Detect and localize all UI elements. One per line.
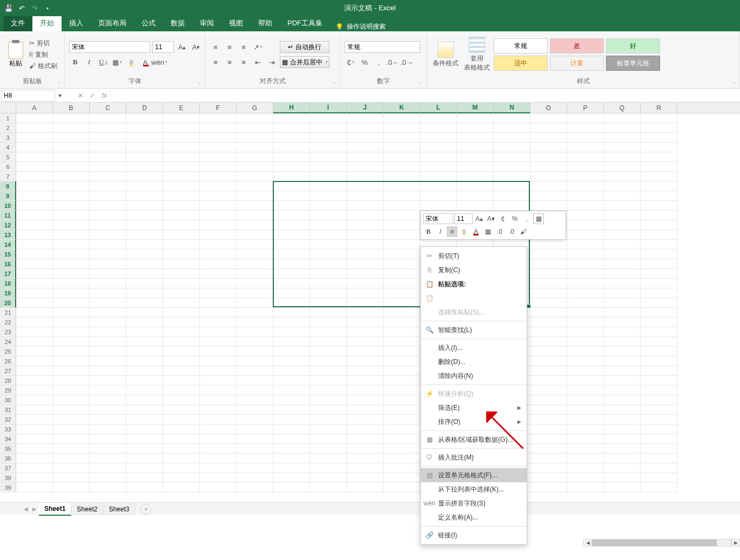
cell[interactable] bbox=[604, 123, 641, 133]
cell[interactable] bbox=[90, 288, 126, 298]
cell[interactable] bbox=[567, 483, 604, 492]
cell[interactable] bbox=[567, 395, 604, 405]
cell[interactable] bbox=[273, 152, 310, 162]
cell[interactable] bbox=[237, 220, 273, 230]
mini-fill[interactable]: ◊ bbox=[459, 226, 469, 237]
cell[interactable] bbox=[641, 463, 677, 473]
cell[interactable] bbox=[310, 366, 347, 376]
ctx-smart-lookup[interactable]: 🔍智能查找(L) bbox=[421, 323, 527, 337]
cell[interactable] bbox=[641, 211, 677, 220]
cell[interactable] bbox=[200, 444, 237, 454]
cell[interactable] bbox=[641, 152, 677, 162]
cell[interactable] bbox=[310, 473, 347, 483]
cell[interactable] bbox=[273, 288, 310, 298]
cell[interactable] bbox=[347, 405, 384, 415]
cell[interactable] bbox=[126, 356, 163, 366]
cell[interactable] bbox=[16, 356, 53, 366]
align-top-button[interactable]: ≡ bbox=[210, 41, 221, 53]
cell[interactable] bbox=[16, 454, 53, 463]
cell[interactable] bbox=[273, 259, 310, 269]
cell[interactable] bbox=[237, 123, 273, 133]
cell[interactable] bbox=[237, 143, 273, 152]
cell[interactable] bbox=[53, 288, 90, 298]
cell[interactable] bbox=[567, 347, 604, 356]
cell[interactable] bbox=[347, 483, 384, 492]
cell[interactable] bbox=[347, 318, 384, 327]
cell[interactable] bbox=[273, 424, 310, 434]
cell[interactable] bbox=[237, 434, 273, 444]
cell[interactable] bbox=[310, 444, 347, 454]
cell[interactable] bbox=[126, 415, 163, 424]
cell[interactable] bbox=[16, 113, 53, 123]
cell[interactable] bbox=[457, 123, 494, 133]
merge-button[interactable]: ▦合并后居中 bbox=[280, 56, 329, 68]
cell[interactable] bbox=[384, 376, 420, 386]
copy-button[interactable]: ⎘复制 bbox=[29, 50, 57, 59]
cell[interactable] bbox=[273, 143, 310, 152]
cell[interactable] bbox=[200, 483, 237, 492]
cell[interactable] bbox=[641, 356, 677, 366]
cell[interactable] bbox=[494, 162, 530, 172]
cell[interactable] bbox=[420, 181, 457, 191]
cell[interactable] bbox=[163, 483, 200, 492]
cell[interactable] bbox=[53, 133, 90, 143]
cell[interactable] bbox=[347, 327, 384, 337]
cell[interactable] bbox=[237, 415, 273, 424]
cell[interactable] bbox=[273, 123, 310, 133]
col-header[interactable]: B bbox=[53, 103, 90, 113]
cell[interactable] bbox=[126, 434, 163, 444]
cell[interactable] bbox=[53, 337, 90, 347]
cell[interactable] bbox=[347, 308, 384, 318]
row-header[interactable]: 3 bbox=[0, 133, 16, 143]
cell[interactable] bbox=[16, 172, 53, 181]
cell[interactable] bbox=[641, 269, 677, 279]
cell[interactable] bbox=[200, 211, 237, 220]
row-header[interactable]: 13 bbox=[0, 230, 16, 240]
cell[interactable] bbox=[126, 473, 163, 483]
cell[interactable] bbox=[641, 240, 677, 249]
cell[interactable] bbox=[604, 181, 641, 191]
cell[interactable] bbox=[53, 220, 90, 230]
italic-button[interactable]: I bbox=[83, 56, 95, 68]
cell[interactable] bbox=[200, 454, 237, 463]
cell[interactable] bbox=[384, 434, 420, 444]
cell[interactable] bbox=[16, 308, 53, 318]
cell[interactable] bbox=[530, 405, 567, 415]
cell[interactable] bbox=[126, 366, 163, 376]
cell[interactable] bbox=[567, 133, 604, 143]
cell[interactable] bbox=[16, 230, 53, 240]
ctx-sort[interactable]: 排序(O)▶ bbox=[421, 415, 527, 429]
row-header[interactable]: 20 bbox=[0, 298, 16, 308]
cell[interactable] bbox=[237, 483, 273, 492]
cell[interactable] bbox=[604, 172, 641, 181]
cell[interactable] bbox=[273, 463, 310, 473]
cell[interactable] bbox=[16, 181, 53, 191]
cell[interactable] bbox=[90, 386, 126, 395]
cell[interactable] bbox=[567, 463, 604, 473]
cell[interactable] bbox=[641, 191, 677, 201]
cell[interactable] bbox=[604, 191, 641, 201]
cell[interactable] bbox=[126, 298, 163, 308]
cell[interactable] bbox=[310, 395, 347, 405]
cell[interactable] bbox=[163, 220, 200, 230]
cell[interactable] bbox=[200, 366, 237, 376]
indent-inc-button[interactable]: ⇥ bbox=[266, 56, 278, 68]
cell[interactable] bbox=[604, 483, 641, 492]
cell[interactable] bbox=[310, 415, 347, 424]
cell[interactable] bbox=[200, 463, 237, 473]
tab-layout[interactable]: 页面布局 bbox=[91, 15, 134, 31]
cell[interactable] bbox=[347, 172, 384, 181]
cell[interactable] bbox=[641, 347, 677, 356]
align-center-button[interactable]: ≡ bbox=[224, 56, 236, 68]
cell[interactable] bbox=[90, 376, 126, 386]
cell[interactable] bbox=[273, 395, 310, 405]
cell[interactable] bbox=[457, 181, 494, 191]
cell[interactable] bbox=[126, 454, 163, 463]
scroll-track[interactable] bbox=[592, 539, 731, 546]
cell[interactable] bbox=[567, 181, 604, 191]
cell[interactable] bbox=[347, 249, 384, 259]
row-header[interactable]: 38 bbox=[0, 473, 16, 483]
cell[interactable] bbox=[384, 395, 420, 405]
cell[interactable] bbox=[237, 473, 273, 483]
cell[interactable] bbox=[530, 181, 567, 191]
